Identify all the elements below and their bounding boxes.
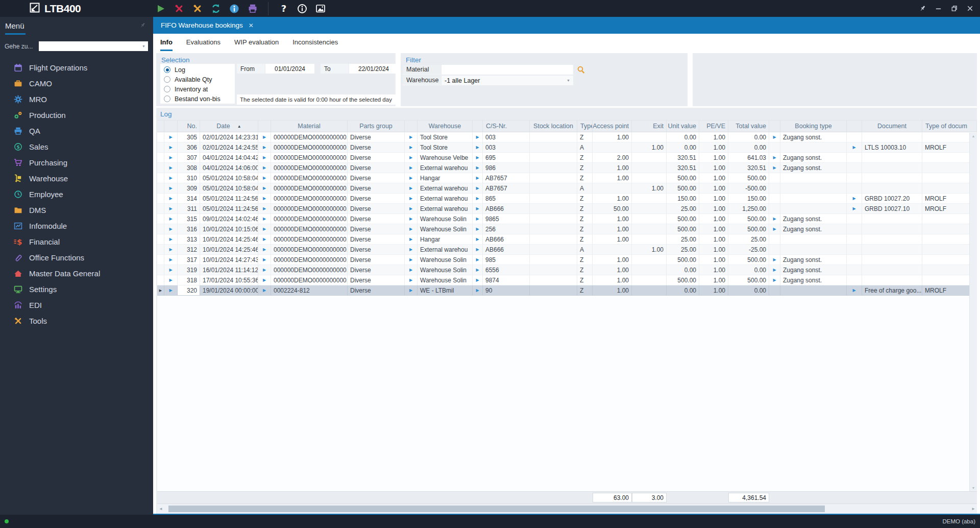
row-expand-icon[interactable]: ▶ [164,153,178,163]
row-selector-cell[interactable] [157,234,164,245]
search-icon[interactable] [577,65,585,74]
material-expand-icon[interactable]: ▶ [258,183,271,194]
csnr-expand-icon[interactable]: ▶ [473,163,483,173]
material-expand-icon[interactable]: ▶ [258,153,271,163]
sidebar-item-flight-operations[interactable]: Flight Operations [0,60,153,76]
material-input[interactable] [442,65,573,75]
print-icon[interactable] [248,4,258,14]
warehouse-expand-icon[interactable]: ▶ [405,255,418,265]
table-row-318[interactable]: ▶31817/01/2024 10:55:36▶000000DEMO000000… [157,275,977,285]
csnr-expand-icon[interactable]: ▶ [473,142,483,153]
column-header-booking-type[interactable]: Booking type [780,121,847,132]
booking-expand-icon[interactable]: ▶ [769,265,780,275]
info-blue-icon[interactable] [229,4,239,14]
row-expand-icon[interactable]: ▶ [164,265,178,275]
horizontal-scrollbar[interactable]: ◄ ► [157,503,977,514]
booking-expand-icon[interactable]: ▶ [769,132,780,142]
row-expand-icon[interactable]: ▶ [164,224,178,234]
booking-expand-icon[interactable]: ▶ [769,153,780,163]
scroll-right-icon[interactable]: ► [970,504,977,514]
row-expand-icon[interactable]: ▶ [164,275,178,285]
repair-orange-icon[interactable] [192,4,203,14]
tab-fifo-warehouse-bookings[interactable]: FIFO Warehouse bookings ✕ [153,17,261,34]
radio-log[interactable]: Log [160,65,235,75]
csnr-expand-icon[interactable]: ▶ [473,234,483,245]
warehouse-expand-icon[interactable]: ▶ [405,204,418,214]
run-icon[interactable] [156,4,166,14]
radio-bestand-von-bis[interactable]: Bestand von-bis [160,94,235,104]
from-date-field[interactable]: 01/01/2024 [265,64,314,74]
csnr-expand-icon[interactable]: ▶ [473,204,483,214]
table-row-317[interactable]: ▶31710/01/2024 14:27:43▶000000DEMO000000… [157,255,977,265]
sidebar-item-qa[interactable]: QA [0,123,153,139]
warehouse-expand-icon[interactable]: ▶ [405,183,418,194]
row-selector-cell[interactable] [157,194,164,204]
material-expand-icon[interactable]: ▶ [258,234,271,245]
sidebar-item-financial[interactable]: $Financial [0,234,153,250]
scroll-down-icon[interactable]: ▼ [972,486,975,490]
column-header-document[interactable]: Document [862,121,922,132]
sidebar-item-tools[interactable]: Tools [0,313,153,329]
radio-inventory-at[interactable]: Inventory at [160,84,235,94]
radio-unselected-icon[interactable] [164,95,170,102]
csnr-expand-icon[interactable]: ▶ [473,245,483,255]
sidebar-item-warehouse[interactable]: Warehouse [0,171,153,186]
material-expand-icon[interactable]: ▶ [258,132,271,142]
restore-icon[interactable] [950,5,958,13]
document-expand-icon[interactable]: ▶ [847,194,862,204]
column-header-warehouse[interactable]: Warehouse [418,121,473,132]
material-expand-icon[interactable]: ▶ [258,204,271,214]
warehouse-expand-icon[interactable]: ▶ [405,234,418,245]
vertical-scrollbar[interactable]: ▲ ▼ [969,133,977,491]
column-header-exit[interactable]: Exit [632,121,667,132]
sidebar-item-camo[interactable]: CAMO [0,76,153,91]
column-header-type-of-docum[interactable]: Type of docum [922,121,977,132]
sidebar-item-settings[interactable]: Settings [0,281,153,297]
material-expand-icon[interactable]: ▶ [258,285,271,296]
scroll-up-icon[interactable]: ▲ [972,134,975,138]
table-row-320[interactable]: ▶▶32019/01/2024 00:00:00▶0002224-812Dive… [157,285,977,296]
table-row-316[interactable]: ▶31610/01/2024 10:15:06▶000000DEMO000000… [157,224,977,234]
material-expand-icon[interactable]: ▶ [258,142,271,153]
row-selector-cell[interactable] [157,275,164,285]
csnr-expand-icon[interactable]: ▶ [473,173,483,183]
row-selector-cell[interactable] [157,153,164,163]
document-expand-icon[interactable]: ▶ [847,204,862,214]
row-expand-icon[interactable]: ▶ [164,142,178,153]
row-expand-icon[interactable]: ▶ [164,245,178,255]
to-date-field[interactable]: 22/01/2024 [349,64,398,74]
row-expand-icon[interactable]: ▶ [164,285,178,296]
material-expand-icon[interactable]: ▶ [258,163,271,173]
goto-combobox[interactable]: ▼ [39,41,148,51]
material-expand-icon[interactable]: ▶ [258,265,271,275]
row-selector-cell[interactable] [157,245,164,255]
document-expand-icon[interactable]: ▶ [847,142,862,153]
about-icon[interactable] [297,4,307,14]
row-selector-cell[interactable]: ▶ [157,285,164,296]
close-icon[interactable] [966,5,974,13]
material-expand-icon[interactable]: ▶ [258,275,271,285]
pin-icon[interactable] [918,5,926,13]
row-selector-cell[interactable] [157,132,164,142]
horizontal-scrollbar-thumb[interactable] [168,506,825,512]
column-header-c-s-nr[interactable]: C/S-Nr. [483,121,530,132]
repair-red-icon[interactable] [174,4,184,14]
material-expand-icon[interactable]: ▶ [258,245,271,255]
warehouse-expand-icon[interactable]: ▶ [405,132,418,142]
column-header-stock-location[interactable]: Stock location [530,121,577,132]
row-selector-cell[interactable] [157,173,164,183]
material-expand-icon[interactable]: ▶ [258,173,271,183]
sidebar-item-edi[interactable]: EDI [0,297,153,313]
warehouse-expand-icon[interactable]: ▶ [405,275,418,285]
table-row-306[interactable]: ▶30602/01/2024 14:24:55▶000000DEMO000000… [157,142,977,153]
row-expand-icon[interactable]: ▶ [164,173,178,183]
booking-expand-icon[interactable]: ▶ [769,255,780,265]
row-expand-icon[interactable]: ▶ [164,234,178,245]
subtab-info[interactable]: Info [160,38,173,51]
booking-expand-icon[interactable]: ▶ [769,275,780,285]
csnr-expand-icon[interactable]: ▶ [473,153,483,163]
table-row-308[interactable]: ▶30804/01/2024 14:06:00▶000000DEMO000000… [157,163,977,173]
material-expand-icon[interactable]: ▶ [258,194,271,204]
column-header-no[interactable]: No. [178,121,200,132]
row-selector-cell[interactable] [157,265,164,275]
